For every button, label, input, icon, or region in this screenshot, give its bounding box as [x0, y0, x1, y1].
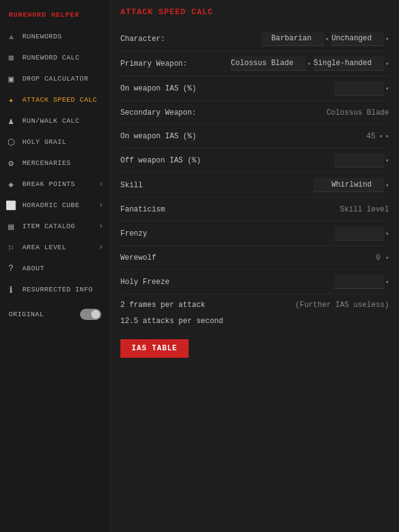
secondary-weapon-label: Secondary Weapon: [120, 109, 220, 117]
sidebar-item-drop-calculator[interactable]: ▣ DROP CALCULATOR [0, 68, 110, 89]
original-toggle[interactable] [80, 309, 101, 320]
sidebar-item-label: MERCENARIES [22, 159, 71, 167]
result-frames-row: 2 frames per attack (Further IAS useless… [120, 295, 389, 313]
character-controls: Barbarian Amazon Necromancer Paladin Sor… [262, 32, 389, 46]
skill-controls: Whirlwind Normal Attack Double Swing [313, 178, 389, 192]
holy-freeze-row: Holy Freeze 1 2 [120, 270, 389, 295]
skill-select-wrapper[interactable]: Whirlwind Normal Attack Double Swing [313, 178, 389, 192]
sidebar-item-mercenaries[interactable]: ⚙ MERCENARIES [0, 153, 110, 174]
werewolf-arrow: ▾ [385, 254, 389, 262]
sidebar-item-holy-grail[interactable]: ⬡ HOLY GRAIL [0, 131, 110, 153]
primary-hand-select-wrapper[interactable]: Single-handed Two-handed [313, 56, 389, 71]
skill-select[interactable]: Whirlwind Normal Attack Double Swing [313, 178, 384, 192]
secondary-weapon-row: Secondary Weapon: Colossus Blade [120, 101, 389, 125]
break-points-icon: ◈ [5, 178, 17, 190]
primary-on-weapon-ias-select[interactable]: 0 15 20 30 45 [334, 81, 384, 95]
frenzy-select[interactable]: 1 2 [334, 226, 384, 241]
character-variant-select[interactable]: Unchanged [331, 32, 384, 46]
mercenaries-icon: ⚙ [5, 157, 17, 169]
character-row: Character: Barbarian Amazon Necromancer … [120, 27, 389, 51]
sidebar-item-run-walk-calc[interactable]: ♟ RUN/WALK CALC [0, 110, 110, 131]
primary-hand-select[interactable]: Single-handed Two-handed [313, 56, 384, 71]
ias-table-button[interactable]: IAS TABLE [120, 339, 189, 358]
skill-label: Skill [120, 181, 220, 190]
sidebar-item-attack-speed-calc[interactable]: ✦ ATTACK SPEED CALC [0, 89, 110, 110]
sidebar-item-break-points[interactable]: ◈ BREAK POINTS › [0, 174, 110, 195]
sidebar: RUNEWORD HELPER ⟁ RUNEWORDS ⊞ RUNEWORD C… [0, 0, 110, 532]
primary-weapon-select-wrapper[interactable]: Colossus Blade [231, 56, 311, 71]
arrow-icon: › [99, 201, 104, 210]
primary-weapon-controls: Colossus Blade Single-handed Two-handed [231, 56, 389, 71]
sidebar-item-label: AREA LEVEL [22, 244, 66, 251]
primary-on-weapon-ias-wrapper[interactable]: 0 15 20 30 45 [334, 81, 389, 95]
holy-freeze-label: Holy Freeze [120, 278, 220, 286]
primary-weapon-select[interactable]: Colossus Blade [231, 56, 306, 71]
secondary-weapon-value: Colossus Blade [326, 109, 389, 117]
sidebar-item-label: HOLY GRAIL [22, 138, 66, 146]
frenzy-label: Frenzy [120, 229, 220, 238]
secondary-weapon-controls: Colossus Blade [326, 109, 389, 117]
off-weapon-ias-row: Off weapon IAS (%) 0 10 20 [120, 148, 389, 173]
fanaticism-row: Fanaticism Skill level [120, 198, 389, 221]
werewolf-value: 0 [376, 254, 380, 262]
sidebar-item-label: ATTACK SPEED CALC [22, 96, 97, 104]
horadric-cube-icon: ⬜ [5, 199, 17, 211]
sidebar-item-label: BREAK POINTS [22, 180, 75, 188]
runeword-calc-icon: ⊞ [5, 51, 17, 64]
werewolf-row: Werewolf 0 ▾ [120, 246, 389, 270]
holy-freeze-select-wrapper[interactable]: 1 2 [334, 275, 389, 289]
secondary-on-weapon-ias-wrapper[interactable]: 45 [378, 133, 383, 140]
attacks-per-second-row: 12.5 attacks per second [120, 313, 389, 334]
sidebar-item-label: RESURRECTED INFO [22, 286, 93, 293]
page-title: ATTACK SPEED CALC [120, 7, 389, 17]
holy-freeze-select[interactable]: 1 2 [334, 275, 384, 289]
sidebar-bottom: ORIGINAL [0, 303, 110, 326]
character-label: Character: [120, 35, 220, 43]
primary-weapon-label: Primary Weapon: [120, 60, 220, 68]
primary-weapon-row: Primary Weapon: Colossus Blade Single-ha… [120, 51, 389, 76]
sidebar-item-label: DROP CALCULATOR [22, 75, 89, 82]
off-weapon-ias-label: Off weapon IAS (%) [120, 156, 220, 165]
sidebar-item-runewords[interactable]: ⟁ RUNEWORDS [0, 26, 110, 47]
run-walk-icon: ♟ [5, 115, 17, 127]
about-icon: ? [5, 262, 17, 275]
sidebar-item-label: ABOUT [22, 265, 45, 272]
sidebar-item-runeword-calc[interactable]: ⊞ RUNEWORD CALC [0, 47, 110, 68]
sidebar-item-label: RUNEWORDS [22, 33, 62, 40]
character-select-wrapper[interactable]: Barbarian Amazon Necromancer Paladin Sor… [262, 32, 329, 46]
holy-freeze-controls: 1 2 [334, 275, 389, 289]
area-level-icon: ⚐ [5, 241, 17, 254]
arrow-icon: › [99, 222, 104, 231]
runewords-icon: ⟁ [5, 30, 17, 43]
frenzy-row: Frenzy 1 2 [120, 221, 389, 246]
sidebar-title: RUNEWORD HELPER [0, 6, 110, 26]
sidebar-item-area-level[interactable]: ⚐ AREA LEVEL › [0, 237, 110, 258]
sidebar-item-resurrected-info[interactable]: ℹ RESURRECTED INFO [0, 279, 110, 300]
holy-grail-icon: ⬡ [5, 136, 17, 148]
sidebar-item-label: ITEM CATALOG [22, 223, 75, 230]
secondary-on-weapon-ias-row: On weapon IAS (%) 45 45 ▾ [120, 125, 389, 148]
fanaticism-label: Fanaticism [120, 205, 220, 214]
sidebar-item-label: HORADRIC CUBE [22, 202, 79, 209]
sidebar-item-label: RUNEWORD CALC [22, 54, 79, 61]
sidebar-item-item-catalog[interactable]: ▤ ITEM CATALOG › [0, 216, 110, 237]
frenzy-controls: 1 2 [334, 226, 389, 241]
sidebar-item-about[interactable]: ? ABOUT [0, 258, 110, 279]
drop-calculator-icon: ▣ [5, 73, 17, 85]
secondary-on-weapon-ias-value: 45 [367, 132, 375, 141]
werewolf-label: Werewolf [120, 254, 220, 262]
off-weapon-ias-select[interactable]: 0 10 20 [334, 153, 384, 167]
toggle-knob [91, 310, 100, 319]
secondary-on-weapon-ias-controls: 45 45 ▾ [367, 132, 389, 141]
result-note: (Further IAS useless) [295, 301, 389, 309]
resurrected-info-icon: ℹ [5, 283, 17, 296]
character-variant-wrapper[interactable]: Unchanged [331, 32, 389, 46]
main-content: ATTACK SPEED CALC Character: Barbarian A… [110, 0, 399, 532]
character-select[interactable]: Barbarian Amazon Necromancer Paladin Sor… [262, 32, 324, 46]
frenzy-select-wrapper[interactable]: 1 2 [334, 226, 389, 241]
sidebar-item-horadric-cube[interactable]: ⬜ HORADRIC CUBE › [0, 195, 110, 216]
skill-row: Skill Whirlwind Normal Attack Double Swi… [120, 173, 389, 198]
off-weapon-ias-wrapper[interactable]: 0 10 20 [334, 153, 389, 167]
arrow-icon: › [99, 180, 104, 188]
attack-speed-icon: ✦ [5, 94, 17, 106]
